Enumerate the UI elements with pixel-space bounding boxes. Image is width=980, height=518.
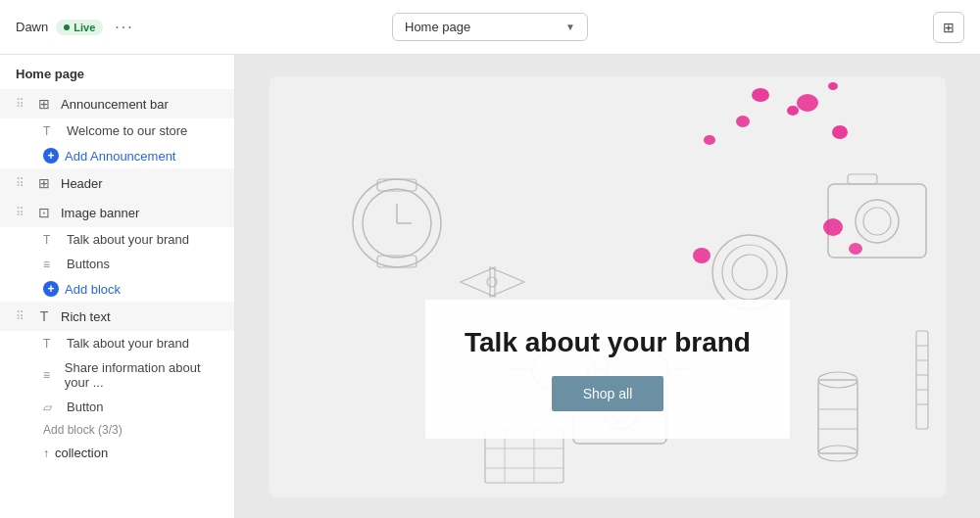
drag-handle-icon: ⠿ xyxy=(16,176,27,190)
drag-handle-icon: ⠿ xyxy=(16,206,27,219)
sidebar-item-talk-about[interactable]: T Talk about your brand xyxy=(0,227,234,252)
canvas-frame: Talk about your brand Shop all xyxy=(270,76,946,497)
top-bar: Dawn Live ··· Home page ▼ ⊞ xyxy=(0,0,980,55)
list-icon: ≡ xyxy=(43,368,57,382)
image-banner-label: Image banner xyxy=(61,206,139,220)
sidebar-item-welcome[interactable]: T Welcome to our store xyxy=(0,118,234,143)
sidebar-item-header[interactable]: ⠿ ⊞ Header xyxy=(0,168,234,198)
grid-icon: ⊞ xyxy=(943,20,955,35)
sidebar-item-rich-text[interactable]: ⠿ T Rich text xyxy=(0,302,234,331)
collection-icon: ↑ xyxy=(43,447,49,460)
drag-handle-icon: ⠿ xyxy=(16,97,27,111)
blob-9 xyxy=(849,243,862,255)
announcement-bar-label: Announcement bar xyxy=(61,97,169,112)
collection-label: collection xyxy=(55,446,108,460)
brand-title: Talk about your brand xyxy=(465,327,751,358)
text-icon: T xyxy=(43,124,59,138)
blob-3 xyxy=(797,94,818,112)
top-bar-right: ⊞ xyxy=(768,12,964,43)
header-label: Header xyxy=(61,176,103,191)
sidebar-item-buttons[interactable]: ≡ Buttons xyxy=(0,252,234,276)
text-icon: T xyxy=(43,337,59,351)
plus-icon: + xyxy=(43,148,59,164)
sidebar-item-image-banner[interactable]: ⠿ ⊡ Image banner xyxy=(0,198,234,227)
buttons-label: Buttons xyxy=(67,257,110,271)
live-badge: Live xyxy=(56,20,103,35)
sidebar-title: Home page xyxy=(0,55,234,89)
blob-10 xyxy=(693,248,710,263)
header-icon: ⊞ xyxy=(35,175,53,191)
live-label: Live xyxy=(74,22,95,33)
sidebar-item-talk-about-2[interactable]: T Talk about your brand xyxy=(0,331,234,355)
sidebar-item-announcement-bar[interactable]: ⠿ ⊞ Announcement bar xyxy=(0,89,234,118)
more-menu-button[interactable]: ··· xyxy=(111,15,137,40)
sidebar: Home page ⠿ ⊞ Announcement bar T Welcome… xyxy=(0,55,235,518)
welcome-label: Welcome to our store xyxy=(67,123,187,138)
drag-handle-icon: ⠿ xyxy=(16,309,27,323)
text-icon: T xyxy=(43,233,59,247)
chevron-down-icon: ▼ xyxy=(565,22,575,32)
grid-view-button[interactable]: ⊞ xyxy=(933,12,964,43)
top-bar-left: Dawn Live ··· xyxy=(16,15,212,40)
blob-4 xyxy=(832,125,848,139)
buttons-icon: ≡ xyxy=(43,258,59,271)
blob-7 xyxy=(704,135,715,145)
live-dot xyxy=(64,24,70,30)
sidebar-item-button-rt[interactable]: ▱ Button xyxy=(0,395,234,419)
add-block-disabled-label: Add block (3/3) xyxy=(0,419,234,441)
add-announcement-button[interactable]: + Add Announcement xyxy=(0,143,234,168)
blob-8 xyxy=(823,218,843,236)
top-bar-center: Home page ▼ xyxy=(223,13,757,41)
blob-1 xyxy=(752,88,769,102)
button-rt-label: Button xyxy=(67,400,104,414)
rich-text-icon: T xyxy=(35,308,53,324)
image-banner-icon: ⊡ xyxy=(35,205,53,220)
add-block-label: Add block xyxy=(65,282,121,297)
blob-5 xyxy=(736,116,750,127)
add-block-button[interactable]: + Add block xyxy=(0,276,234,302)
add-announcement-label: Add Announcement xyxy=(65,149,175,164)
sidebar-item-collection[interactable]: ↑ collection xyxy=(0,441,234,465)
theme-name: Dawn xyxy=(16,20,48,34)
talk-about-label: Talk about your brand xyxy=(67,232,189,247)
blob-6 xyxy=(828,82,838,90)
page-select-value: Home page xyxy=(405,20,470,34)
brand-overlay: Talk about your brand Shop all xyxy=(425,300,790,439)
canvas-area: Talk about your brand Shop all xyxy=(235,55,980,518)
sidebar-item-share-info[interactable]: ≡ Share information about your ... xyxy=(0,355,234,395)
shop-all-button[interactable]: Shop all xyxy=(552,376,664,411)
rich-text-label: Rich text xyxy=(61,309,111,324)
page-select-dropdown[interactable]: Home page ▼ xyxy=(392,13,588,41)
talk-about-2-label: Talk about your brand xyxy=(67,336,189,351)
button-icon: ▱ xyxy=(43,400,59,414)
plus-icon: + xyxy=(43,281,59,297)
share-info-label: Share information about your ... xyxy=(65,360,219,390)
announcement-bar-icon: ⊞ xyxy=(35,96,53,112)
